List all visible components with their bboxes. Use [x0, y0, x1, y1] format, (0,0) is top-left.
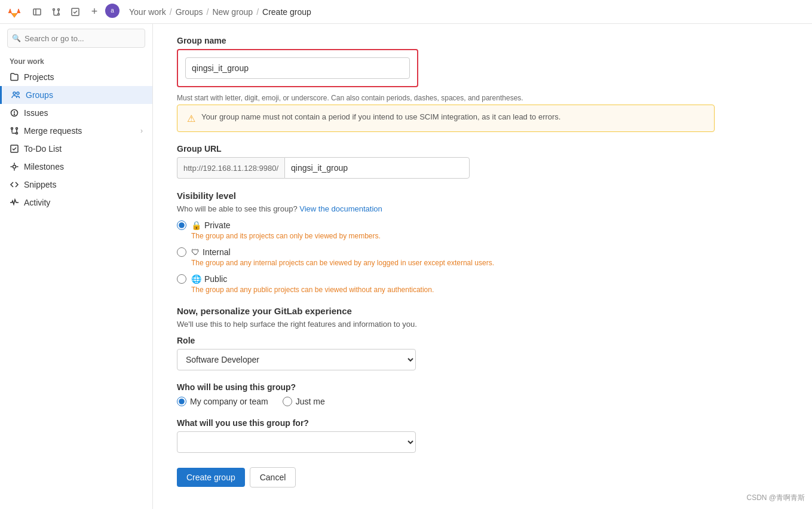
lock-icon: 🔒: [191, 220, 201, 230]
group-name-input[interactable]: [185, 57, 410, 79]
group-url-label: Group URL: [177, 144, 788, 154]
breadcrumb-new-group[interactable]: New group: [212, 7, 253, 17]
group-name-section: Group name Must start with letter, digit…: [177, 36, 788, 102]
globe-icon: 🌐: [191, 274, 201, 284]
layout: 🔍 Your work Projects Groups Issues: [0, 24, 812, 509]
sidebar-item-milestones-label: Milestones: [24, 162, 64, 171]
group-name-label: Group name: [177, 36, 788, 45]
svg-point-3: [58, 13, 60, 15]
visibility-public-radio[interactable]: [177, 274, 186, 284]
sidebar-item-todo-label: To-Do List: [24, 144, 62, 154]
visibility-public-label[interactable]: 🌐 Public: [191, 274, 227, 284]
svg-point-4: [58, 8, 60, 10]
create-group-button[interactable]: Create group: [177, 468, 245, 487]
role-section: Role Software Developer Development Team…: [177, 336, 788, 370]
who-just-me-radio[interactable]: [283, 397, 292, 406]
snippet-icon: [10, 180, 19, 189]
visibility-private-row: 🔒 Private: [177, 220, 788, 230]
visibility-public-row: 🌐 Public: [177, 274, 788, 284]
sidebar-item-groups-label: Groups: [26, 90, 53, 100]
svg-rect-0: [33, 9, 41, 15]
role-select[interactable]: Software Developer Development Team Lead…: [177, 349, 416, 370]
warning-text: Your group name must not contain a perio…: [201, 112, 560, 121]
visibility-private-radio[interactable]: [177, 220, 186, 230]
who-company-label[interactable]: My company or team: [190, 397, 268, 406]
sidebar-item-todo[interactable]: To-Do List: [0, 140, 152, 158]
sidebar-item-merge-requests-label: Merge requests: [24, 126, 82, 136]
who-just-me-label[interactable]: Just me: [296, 397, 325, 406]
svg-point-8: [13, 92, 16, 94]
group-name-box: [177, 49, 418, 87]
visibility-internal-row: 🛡 Internal: [177, 247, 788, 257]
cancel-button[interactable]: Cancel: [250, 467, 296, 487]
visibility-private-label[interactable]: 🔒 Private: [191, 220, 231, 230]
checklist-icon-btn[interactable]: [67, 4, 84, 20]
visibility-title: Visibility level: [177, 191, 788, 201]
visibility-internal-radio[interactable]: [177, 247, 186, 257]
use-label: What will you use this group for?: [177, 418, 788, 428]
issues-icon: [10, 108, 19, 118]
topbar: + a Your work / Groups / New group / Cre…: [0, 0, 812, 24]
svg-point-15: [16, 128, 18, 130]
url-row: http://192.168.11.128:9980/: [177, 157, 788, 179]
visibility-public-desc: The group and any public projects can be…: [191, 286, 788, 294]
url-suffix-input[interactable]: [284, 157, 470, 179]
group-url-section: Group URL http://192.168.11.128:9980/: [177, 144, 788, 179]
sidebar-item-projects-label: Projects: [24, 72, 54, 82]
who-company-radio[interactable]: [177, 397, 186, 406]
sidebar-item-issues-label: Issues: [24, 108, 48, 118]
watermark: CSDN @青啊青斯: [746, 493, 805, 503]
use-select[interactable]: Software Development DevOps Education Ot…: [177, 431, 416, 453]
milestone-icon: [10, 162, 19, 171]
svg-point-13: [11, 128, 13, 130]
search-icon: 🔍: [12, 34, 21, 42]
sidebar-section-label: Your work: [0, 53, 152, 68]
visibility-internal-label[interactable]: 🛡 Internal: [191, 247, 231, 257]
sidebar-item-issues[interactable]: Issues: [0, 104, 152, 122]
sidebar-item-projects[interactable]: Projects: [0, 68, 152, 86]
sidebar-toggle-btn[interactable]: [29, 4, 45, 20]
sidebar-item-snippets[interactable]: Snippets: [0, 176, 152, 194]
folder-icon: [10, 72, 19, 82]
svg-point-12: [14, 114, 14, 115]
personalize-section: Now, personalize your GitLab experience …: [177, 306, 788, 453]
visibility-private-option: 🔒 Private The group and its projects can…: [177, 220, 788, 240]
sidebar-item-activity[interactable]: Activity: [0, 194, 152, 211]
breadcrumb-your-work[interactable]: Your work: [129, 7, 166, 17]
merge-request-icon-btn[interactable]: [48, 4, 65, 20]
role-label: Role: [177, 336, 788, 345]
visibility-desc: Who will be able to see this group? View…: [177, 204, 788, 213]
breadcrumb: Your work / Groups / New group / Create …: [129, 7, 311, 17]
url-prefix: http://192.168.11.128:9980/: [177, 157, 284, 179]
sidebar-item-groups[interactable]: Groups: [0, 86, 152, 104]
svg-point-2: [53, 8, 55, 10]
merge-icon: [10, 126, 19, 136]
svg-point-9: [17, 92, 19, 94]
search-input[interactable]: [7, 29, 145, 48]
activity-icon: [10, 198, 19, 207]
sidebar-item-milestones[interactable]: Milestones: [0, 158, 152, 176]
who-section: Who will be using this group? My company…: [177, 382, 788, 406]
svg-point-14: [16, 133, 18, 134]
breadcrumb-groups[interactable]: Groups: [176, 7, 203, 17]
visibility-internal-desc: The group and any internal projects can …: [191, 259, 788, 267]
groups-icon: [11, 90, 21, 100]
gitlab-logo[interactable]: [7, 5, 22, 19]
breadcrumb-create-group: Create group: [262, 7, 311, 17]
sidebar-item-merge-requests[interactable]: Merge requests ›: [0, 122, 152, 140]
shield-icon: 🛡: [191, 247, 200, 257]
sidebar-item-activity-label: Activity: [24, 198, 50, 207]
topbar-icons: + a: [29, 4, 119, 20]
who-company-option: My company or team: [177, 397, 268, 406]
sidebar: 🔍 Your work Projects Groups Issues: [0, 24, 153, 509]
plus-btn[interactable]: +: [86, 4, 103, 20]
chevron-right-icon: ›: [140, 127, 143, 135]
form-buttons: Create group Cancel: [177, 467, 788, 487]
todo-icon: [10, 144, 19, 154]
warning-icon: ⚠: [187, 113, 195, 124]
avatar[interactable]: a: [105, 4, 119, 18]
sidebar-item-snippets-label: Snippets: [24, 180, 56, 189]
view-documentation-link[interactable]: View the documentation: [299, 204, 382, 213]
sidebar-search-container: 🔍: [7, 29, 145, 48]
svg-point-19: [13, 165, 16, 168]
